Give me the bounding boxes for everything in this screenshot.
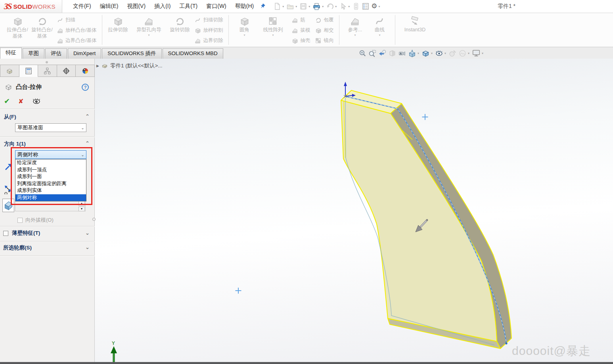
- zoom-area-button[interactable]: [368, 49, 377, 57]
- settings-caret[interactable]: ▾: [379, 5, 380, 8]
- ribbon-sweep-cut-button[interactable]: 扫描切除: [194, 15, 223, 25]
- help-icon[interactable]: [82, 84, 89, 91]
- menu-edit[interactable]: 编辑(E): [96, 0, 123, 13]
- from-section-header[interactable]: 从(F): [4, 113, 16, 121]
- print-caret[interactable]: ▾: [322, 5, 324, 8]
- thin-feature-checkbox[interactable]: [3, 231, 8, 236]
- view-settings-button[interactable]: [471, 49, 481, 57]
- tree-part-item[interactable]: 零件1 (默认<<默认>...: [110, 62, 163, 69]
- save-caret[interactable]: ▾: [308, 5, 310, 8]
- undo-caret[interactable]: ▾: [335, 5, 337, 8]
- ok-button[interactable]: [4, 97, 10, 105]
- preview-eye-button[interactable]: [32, 98, 41, 104]
- ribbon-reference-geometry-button[interactable]: 参考...▾: [343, 14, 367, 37]
- new-document-button[interactable]: [272, 2, 282, 11]
- open-caret[interactable]: ▾: [295, 5, 297, 8]
- undo-button[interactable]: [325, 2, 335, 11]
- draft-outward-checkbox[interactable]: [17, 218, 23, 223]
- tab-features[interactable]: 特征: [0, 48, 22, 59]
- direction1-section-header[interactable]: 方向 1(1): [4, 140, 26, 148]
- hide-show-items-button[interactable]: [434, 49, 444, 57]
- from-collapse-chevron-icon[interactable]: [85, 114, 90, 119]
- dropdown-option-up-to-vertex[interactable]: 成形到一顶点: [15, 167, 86, 174]
- open-document-button[interactable]: [285, 2, 295, 11]
- ribbon-extrude-boss-button[interactable]: 拉伸凸台/基体: [5, 14, 30, 40]
- save-button[interactable]: [299, 2, 308, 11]
- view-settings-caret[interactable]: ▾: [482, 52, 483, 55]
- ribbon-curves-button[interactable]: 曲线▾: [367, 14, 392, 37]
- ribbon-intersect-button[interactable]: 相交: [315, 25, 333, 35]
- dropdown-option-blind[interactable]: 给定深度: [15, 159, 86, 167]
- depth-input[interactable]: [15, 200, 86, 211]
- panel-collapse-handle[interactable]: [46, 61, 48, 63]
- ribbon-revolve-cut-button[interactable]: 旋转切除: [167, 14, 192, 33]
- configuration-manager-tab[interactable]: [38, 65, 57, 77]
- feature-manager-tab[interactable]: [0, 65, 19, 77]
- tab-solidworks-mbd[interactable]: SOLIDWORKS MBD: [163, 48, 223, 59]
- spin-down-icon[interactable]: [79, 207, 85, 211]
- reverse-direction-icon[interactable]: [4, 163, 13, 171]
- menu-help[interactable]: 帮助(H): [231, 0, 258, 13]
- menu-file[interactable]: 文件(F): [69, 0, 96, 13]
- ribbon-fillet-button[interactable]: 圆角▾: [232, 14, 257, 37]
- select-caret[interactable]: ▾: [348, 5, 350, 8]
- display-style-caret[interactable]: ▾: [431, 52, 433, 55]
- ribbon-extrude-cut-button[interactable]: 拉伸切除: [105, 14, 130, 33]
- ribbon-boundary-cut-button[interactable]: 边界切除: [194, 36, 223, 45]
- tree-expand-icon[interactable]: [96, 64, 99, 68]
- menu-view[interactable]: 视图(V): [123, 0, 150, 13]
- menu-window[interactable]: 窗口(W): [202, 0, 231, 13]
- callout-plus-marker[interactable]: [422, 114, 428, 120]
- edit-appearance-button[interactable]: [448, 49, 458, 57]
- tab-sketch[interactable]: 草图: [23, 48, 44, 59]
- dropdown-option-up-to-surface[interactable]: 成形到一面: [15, 173, 86, 180]
- tab-dimxpert[interactable]: DimXpert: [68, 48, 101, 59]
- ribbon-instant3d-button[interactable]: Instant3D: [398, 14, 431, 33]
- ribbon-mirror-button[interactable]: 镜向: [315, 36, 333, 45]
- hide-show-caret[interactable]: ▾: [444, 52, 446, 55]
- options-list-button[interactable]: [361, 2, 370, 11]
- from-combobox[interactable]: 草图基准面: [15, 123, 86, 132]
- tab-evaluate[interactable]: 评估: [45, 48, 67, 59]
- tab-solidworks-addins[interactable]: SOLIDWORKS 插件: [102, 48, 161, 59]
- zoom-fit-button[interactable]: [358, 49, 368, 57]
- ribbon-shell-button[interactable]: 抽壳: [291, 36, 310, 45]
- chevron-down-icon[interactable]: [79, 126, 86, 130]
- selected-contours-chevron-icon[interactable]: [85, 245, 90, 250]
- dropdown-option-mid-plane[interactable]: 两侧对称: [15, 194, 86, 201]
- ribbon-hole-wizard-button[interactable]: 异型孔向导▾: [130, 14, 167, 37]
- display-manager-tab[interactable]: [76, 65, 95, 77]
- select-button[interactable]: [338, 2, 348, 11]
- new-caret[interactable]: ▾: [282, 5, 284, 8]
- dropdown-option-offset-from-surface[interactable]: 到离指定面指定的距离: [15, 180, 86, 188]
- property-manager-tab[interactable]: [19, 65, 38, 77]
- previous-view-button[interactable]: [377, 49, 387, 57]
- settings-button[interactable]: ⚙: [370, 2, 378, 11]
- spin-up-icon[interactable]: [79, 201, 85, 206]
- ribbon-sweep-button[interactable]: 扫描: [57, 15, 96, 25]
- cancel-button[interactable]: [18, 98, 23, 105]
- print-button[interactable]: [312, 2, 322, 11]
- annotation-view-button[interactable]: [397, 49, 407, 57]
- performance-button[interactable]: [351, 2, 361, 11]
- ribbon-boundary-button[interactable]: 边界凸台/基体: [57, 36, 96, 45]
- apply-scene-caret[interactable]: ▾: [468, 52, 469, 55]
- graphics-viewport[interactable]: 零件1 (默认<<默认>...: [95, 59, 613, 364]
- menu-insert[interactable]: 插入(I): [150, 0, 175, 13]
- thin-feature-chevron-icon[interactable]: [85, 231, 90, 236]
- end-condition-combobox[interactable]: 两侧对称: [15, 150, 86, 159]
- ribbon-draft-button[interactable]: 拔模: [291, 25, 310, 35]
- dropdown-option-up-to-body[interactable]: 成形到实体: [15, 187, 86, 194]
- ribbon-loft-cut-button[interactable]: 放样切割: [194, 25, 223, 35]
- dimxpert-manager-tab[interactable]: [57, 65, 76, 77]
- pin-menu-button[interactable]: [259, 3, 266, 10]
- section-view-button[interactable]: [387, 49, 397, 57]
- ribbon-rib-button[interactable]: 筋: [291, 15, 310, 25]
- direction1-collapse-chevron-icon[interactable]: [85, 141, 90, 146]
- sketch-endpoint[interactable]: [505, 342, 507, 344]
- display-style-button[interactable]: [421, 49, 431, 57]
- view-orientation-caret[interactable]: ▾: [418, 52, 419, 55]
- splitter-handle[interactable]: [92, 218, 96, 221]
- menu-tools[interactable]: 工具(T): [175, 0, 202, 13]
- view-orientation-button[interactable]: [407, 49, 417, 57]
